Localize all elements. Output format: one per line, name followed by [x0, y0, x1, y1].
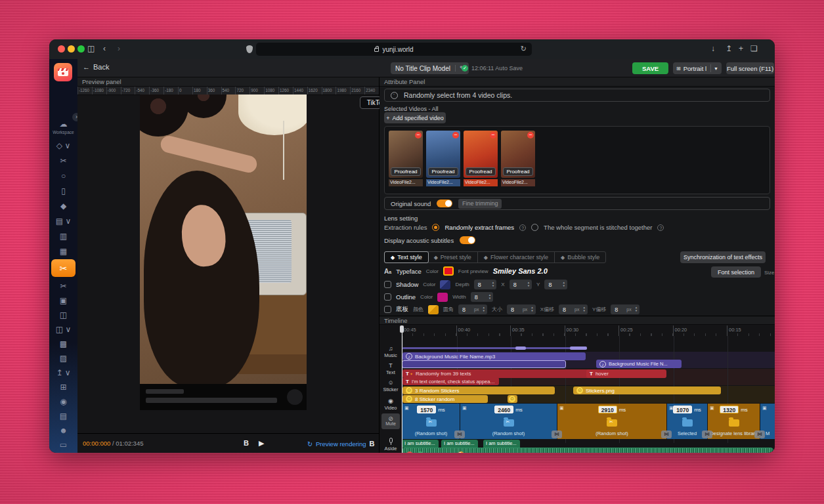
- transition-icon[interactable]: ⋈: [454, 430, 465, 438]
- zoom-window-button[interactable]: [77, 45, 85, 52]
- word-template-icon[interactable]: ▦: [60, 247, 67, 256]
- stepper-arrows-icon[interactable]: ▲▼: [635, 306, 638, 312]
- proofread-button[interactable]: Proofread: [391, 167, 421, 176]
- video-clip-2[interactable]: ▣ 2460ms (Random shot): [460, 404, 557, 439]
- base-size-stepper[interactable]: 8px▲▼: [507, 304, 536, 314]
- orientation-dropdown[interactable]: ⊞ Portrait l... ▼: [673, 62, 722, 74]
- help-icon[interactable]: [519, 224, 526, 231]
- radio-whole-segment[interactable]: [531, 224, 538, 231]
- url-bar[interactable]: yunji.world ↻: [256, 43, 532, 56]
- mute-button[interactable]: ⊘Mute: [381, 413, 400, 429]
- share-icon[interactable]: ↥: [726, 45, 732, 52]
- help-icon[interactable]: [657, 224, 664, 231]
- preview-rendering-status[interactable]: ↻ Preview rendering B: [307, 440, 375, 448]
- film-strip-icon[interactable]: ▩: [60, 340, 67, 348]
- camera-icon[interactable]: ▣: [60, 297, 67, 305]
- ai-generate-icon[interactable]: ◇ ∨: [56, 142, 70, 150]
- proofread-button[interactable]: Proofread: [466, 167, 496, 176]
- beat-marker-icon[interactable]: B: [244, 439, 249, 447]
- sticker-clip-random8[interactable]: ☺ 8 Sticker random: [402, 395, 488, 403]
- film-multi-icon[interactable]: ◫ ∨: [56, 326, 71, 334]
- tab-preset-style[interactable]: ◆Preset style: [428, 252, 478, 262]
- stepper-arrows-icon[interactable]: ▲▼: [562, 282, 565, 287]
- video-clip-5[interactable]: ▣ 1320ms Designate lens library: [707, 404, 760, 439]
- base-radius-stepper[interactable]: 8px▲▼: [458, 304, 487, 314]
- font-color-swatch[interactable]: [443, 266, 454, 276]
- stepper-arrows-icon[interactable]: ▲▼: [583, 306, 586, 312]
- video-canvas[interactable]: [140, 94, 307, 410]
- display-subtitles-toggle[interactable]: [460, 236, 475, 244]
- minimize-window-button[interactable]: [68, 45, 75, 52]
- video-thumbnail[interactable]: − Proofread: [501, 131, 535, 178]
- video-thumbnail[interactable]: − Proofread: [389, 131, 423, 178]
- back-nav-icon[interactable]: ‹: [103, 45, 106, 52]
- subtitle-tab[interactable]: I am subtitle...: [483, 440, 520, 448]
- globe-icon[interactable]: ◉: [60, 398, 66, 406]
- subtitle-tab[interactable]: I am subtitle...: [402, 440, 439, 448]
- proofread-button[interactable]: Proofread: [503, 167, 533, 176]
- base-xoffset-stepper[interactable]: 8px▲▼: [559, 304, 588, 314]
- base-checkbox[interactable]: [384, 306, 391, 313]
- playhead-handle[interactable]: [400, 326, 404, 333]
- profile-icon[interactable]: ☻: [59, 427, 68, 435]
- video-clip-4[interactable]: ▣ 1070ms Selected: [666, 404, 707, 439]
- project-title-button[interactable]: No Title Clip Model ✎: [391, 62, 469, 74]
- transition-icon[interactable]: ⋈: [552, 430, 562, 438]
- tab-text-style[interactable]: ◆Text style: [384, 251, 429, 263]
- sticker-clip-single[interactable]: ☺: [508, 395, 517, 403]
- remove-clip-icon[interactable]: −: [415, 132, 422, 138]
- base-yoffset-stepper[interactable]: 8px▲▼: [611, 304, 640, 314]
- aside-voice-clip[interactable]: − + Re-election ↻ Switch display Voice L…: [402, 448, 773, 453]
- back-button[interactable]: ←Back: [83, 63, 109, 71]
- shadow-depth-stepper[interactable]: 8▲▼: [474, 280, 496, 289]
- fine-trimming-button[interactable]: Fine trimming: [458, 199, 502, 209]
- font-selection-button[interactable]: Font selection: [711, 266, 761, 278]
- base-color-swatch[interactable]: [428, 305, 439, 314]
- outline-width-stepper[interactable]: 8▲▼: [471, 292, 493, 302]
- stepper-arrows-icon[interactable]: ▲▼: [488, 294, 491, 300]
- tab-bubble-style[interactable]: ◆Bubble style: [555, 252, 605, 262]
- layers-icon[interactable]: ▤: [60, 412, 67, 421]
- transition-icon[interactable]: ⋈: [661, 430, 672, 438]
- re-election-icon[interactable]: +: [417, 452, 423, 453]
- remove-clip-icon[interactable]: −: [527, 132, 534, 138]
- stepper-arrows-icon[interactable]: ▲▼: [492, 282, 494, 287]
- stepper-arrows-icon[interactable]: ▲▼: [527, 282, 530, 287]
- proofread-button[interactable]: Proofread: [428, 167, 458, 176]
- close-window-button[interactable]: [58, 45, 65, 52]
- ink-drop-icon[interactable]: ○: [61, 172, 66, 180]
- sync-text-effects-button[interactable]: Synchronization of text effects: [680, 251, 766, 263]
- tab-flower-style[interactable]: ◆Flower character style: [478, 252, 555, 262]
- apps-grid-icon[interactable]: ⊞: [60, 383, 66, 392]
- clip-film-icon[interactable]: ✂: [60, 157, 66, 165]
- sidebar-toggle-icon[interactable]: ◫: [87, 45, 95, 52]
- switch-display-icon[interactable]: ↻: [458, 452, 464, 453]
- play-icon[interactable]: ▶: [259, 439, 264, 448]
- stepper-arrows-icon[interactable]: ▲▼: [482, 306, 485, 312]
- shadow-x-stepper[interactable]: 8▲▼: [510, 280, 532, 289]
- video-thumbnail[interactable]: − Proofread: [464, 131, 498, 178]
- save-button[interactable]: SAVE: [632, 62, 668, 74]
- film-icon[interactable]: ◫: [60, 311, 67, 320]
- device-icon[interactable]: ▯: [61, 187, 66, 196]
- music-clip-selected-waveform[interactable]: [402, 360, 566, 368]
- music-clip-secondary[interactable]: ♪ Background Music File N...: [596, 360, 682, 368]
- image-icon[interactable]: ▨: [60, 354, 67, 363]
- remove-clip-icon[interactable]: −: [490, 132, 496, 138]
- sticker-clip-png[interactable]: ☺ Stickers.png: [573, 387, 721, 394]
- transition-icon[interactable]: ⋈: [702, 430, 712, 438]
- shadow-checkbox[interactable]: [384, 281, 391, 288]
- refresh-icon[interactable]: ↻: [521, 45, 527, 53]
- scissors-icon[interactable]: ✂: [60, 282, 66, 291]
- music-clip-main[interactable]: ♪ Background Music File Name.mp3: [402, 352, 586, 360]
- video-clip-1[interactable]: ▣ 1570ms (Random shot): [402, 404, 460, 439]
- downloads-icon[interactable]: ↓: [711, 45, 715, 52]
- export-icon[interactable]: ↥ ∨: [56, 369, 70, 377]
- chat-icon[interactable]: ▭: [60, 441, 67, 450]
- fullscreen-button[interactable]: Full screen (F11): [726, 62, 774, 74]
- tab-overview-icon[interactable]: ❏: [750, 45, 758, 52]
- outline-color-swatch[interactable]: [437, 293, 448, 302]
- shield-icon[interactable]: [246, 45, 253, 53]
- transition-icon[interactable]: ⋈: [754, 430, 765, 438]
- stepper-arrows-icon[interactable]: ▲▼: [531, 306, 533, 312]
